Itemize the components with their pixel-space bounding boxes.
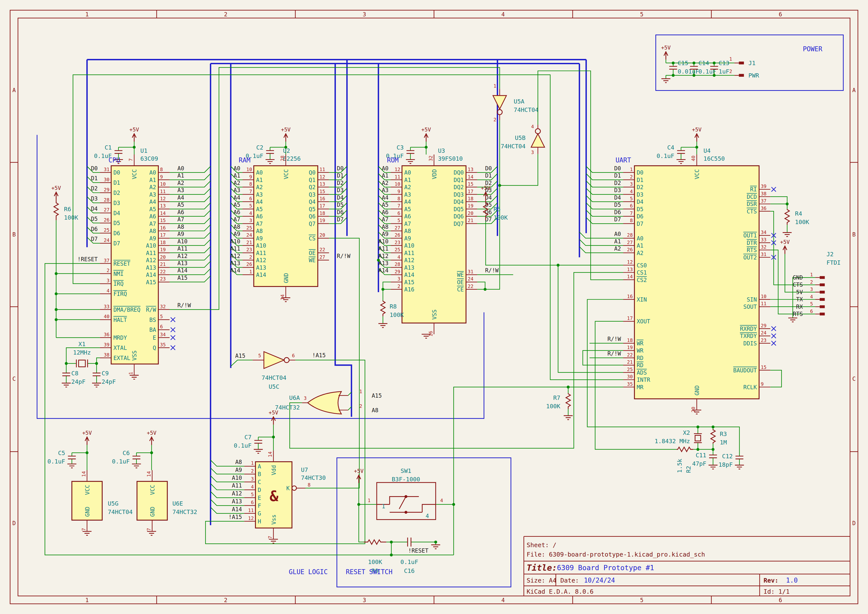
c14-ref: C14 bbox=[699, 60, 709, 67]
u7-pin-G-name: G bbox=[258, 510, 261, 517]
u4-pin-D1-name: D1 bbox=[637, 177, 643, 183]
u2-pin-Q6-num: 18 bbox=[319, 211, 325, 216]
j2-pin-num-4: 5 bbox=[810, 301, 813, 307]
u1-pin-IRQ-num: 3 bbox=[107, 278, 110, 284]
c11-ref: C11 bbox=[696, 452, 706, 459]
u5c-pin-out: 6 bbox=[292, 353, 295, 358]
u3-pin-A15-num: 3 bbox=[397, 276, 400, 282]
u4-pin-XIN-name: XIN bbox=[637, 296, 647, 303]
u1-pin-D4-name: D4 bbox=[113, 210, 120, 216]
u1-pin-NMI-num: 2 bbox=[107, 268, 110, 273]
resistor-r8: R8100K bbox=[381, 301, 404, 318]
c13-ref: C13 bbox=[719, 60, 729, 67]
label-ram: RAM bbox=[239, 157, 251, 164]
u4-pin-RI-name: RI bbox=[750, 186, 757, 192]
net-na15: !A15 bbox=[312, 352, 326, 358]
u3-bottom-num: 16 bbox=[428, 331, 434, 336]
u1-pin-E-name: E bbox=[153, 335, 156, 341]
u6e-bottom-num: 7 bbox=[146, 528, 152, 531]
u3-pin-A10-name: A10 bbox=[404, 242, 414, 249]
gnd-symbol-23 bbox=[661, 79, 670, 83]
u3-pin-DQ2-name: DQ2 bbox=[454, 184, 464, 191]
u4-pin-CS2-num: 14 bbox=[627, 274, 632, 279]
u7-pin-A-name: A bbox=[258, 463, 261, 470]
power-flag-5v-10: +5V bbox=[780, 239, 790, 254]
u1-pin-BS-num: 5 bbox=[160, 314, 163, 319]
u4-pin-OUT2-num: 31 bbox=[761, 251, 767, 257]
u3-top-name: VDD bbox=[431, 169, 437, 179]
schematic-canvas: 112233445566AABBCCDD U163C097VCC1VSS31D0… bbox=[0, 0, 868, 614]
u2-pin-A1-name: A1 bbox=[256, 177, 263, 183]
j1-ref: J1 bbox=[749, 60, 756, 67]
kicad-schematic-sheet: 112233445566AABBCCDD U163C097VCC1VSS31D0… bbox=[0, 0, 868, 614]
u7-net-A12-4: A12 bbox=[232, 490, 242, 497]
u2-pin-Q2-num: 13 bbox=[319, 181, 325, 187]
resistor-r4: R4100K bbox=[785, 209, 809, 226]
u1-pin-BA-num: 6 bbox=[160, 324, 163, 330]
capacitor-c4: C40.1uF bbox=[657, 144, 685, 160]
u3-pin-DQ0-num: 13 bbox=[468, 167, 473, 172]
u1-pin-A10-name: A10 bbox=[146, 242, 156, 249]
u2-net-D0-0: D0 bbox=[337, 165, 344, 172]
r2-value: 1.5k bbox=[676, 459, 683, 473]
u3-pin-A16-name: A16 bbox=[404, 286, 414, 293]
u4-bottom-num: 20 bbox=[691, 407, 696, 412]
u2-net-A3-3: A3 bbox=[234, 187, 240, 193]
connector-j2: J2 FTDI 1GND2CTS35V4TX5RX6RTS bbox=[793, 251, 841, 318]
u1-pin-D6-num: 25 bbox=[104, 227, 109, 233]
gnd-symbol-18 bbox=[783, 233, 792, 236]
u3-pin-DQ1-name: DQ1 bbox=[454, 177, 464, 183]
r8-ref: R8 bbox=[389, 303, 397, 310]
u1-pin-D3-num: 28 bbox=[104, 197, 109, 203]
u3-pin-A4-name: A4 bbox=[404, 198, 411, 205]
u3-pin-CE-name: CE bbox=[457, 286, 463, 293]
u4-pin-TXRDY-num: 24 bbox=[761, 330, 767, 336]
u4-pin-A2-num: 26 bbox=[627, 247, 632, 253]
u3-pin-A9-num: 26 bbox=[395, 232, 400, 238]
plus5v-label: +5V bbox=[129, 127, 139, 133]
frame-col-top-0: 1 bbox=[85, 11, 89, 17]
gate-u5b-inverter: 4 3 U5B 74HCT04 bbox=[501, 124, 544, 155]
u2-net-A10-10: A10 bbox=[230, 238, 240, 245]
j2-pin-num-1: 2 bbox=[810, 279, 813, 285]
u7-net-A9-1: A9 bbox=[235, 467, 242, 473]
u2-pin-A13-name: A13 bbox=[256, 264, 266, 271]
u7-net-A8-0: A8 bbox=[235, 459, 242, 465]
u4-pin-DTR-name: DTR bbox=[747, 240, 757, 246]
ic-u7: U774HCT30&14Vdd7Vss1AA82BA93CA104DA115EA… bbox=[211, 451, 326, 539]
gnd-symbol-3 bbox=[265, 160, 274, 164]
junction-2 bbox=[425, 146, 428, 149]
junction-17 bbox=[696, 425, 699, 428]
junction-30 bbox=[693, 61, 696, 64]
u4-pin-TXRDY-name: TXRDY bbox=[740, 333, 757, 339]
junction-9 bbox=[95, 362, 98, 365]
u4-pin-OUT1-name: OUT1 bbox=[743, 232, 757, 239]
power-flag-5v-6: +5V bbox=[268, 409, 278, 425]
c9-value: 24pF bbox=[102, 378, 116, 385]
u2-net-A8-8: A8 bbox=[234, 223, 240, 230]
u4-pin-A1-name: A1 bbox=[637, 242, 643, 249]
u4-bottom-name: GND bbox=[694, 385, 700, 395]
junction-27 bbox=[434, 541, 437, 543]
u1-net-A0-0: A0 bbox=[177, 165, 184, 172]
u1-pin-A13-name: A13 bbox=[146, 264, 156, 271]
u3-pin-A15-name: A15 bbox=[404, 279, 414, 285]
u4-net-A2-10: A2 bbox=[614, 245, 621, 252]
tb-title-label: Title: bbox=[527, 563, 557, 573]
sw1-pin1-num: 1 bbox=[368, 498, 371, 503]
u7-bottom-name: Vss bbox=[271, 515, 277, 525]
u6a-net-a15: A15 bbox=[372, 392, 382, 399]
u1-pin-D2-num: 29 bbox=[104, 187, 109, 192]
u3-ref: U3 bbox=[438, 147, 445, 154]
j2-pad-1 bbox=[820, 284, 825, 286]
u3-net-D4-4: D4 bbox=[485, 194, 492, 201]
ics: U163C097VCC1VSS31D0D030D1D129D2D228D3D32… bbox=[72, 147, 776, 539]
u3-net-A14-14: A14 bbox=[378, 267, 389, 274]
u4-net-D2-2: D2 bbox=[614, 180, 621, 186]
wire-105 bbox=[383, 282, 391, 289]
frame-col-top-3: 4 bbox=[501, 11, 505, 17]
u6e-value: 74HCT32 bbox=[172, 509, 197, 515]
frame-col-bottom-1: 2 bbox=[224, 597, 228, 603]
j2-pin-num-0: 1 bbox=[810, 272, 813, 278]
tb-size: Size: A4 bbox=[527, 577, 556, 584]
